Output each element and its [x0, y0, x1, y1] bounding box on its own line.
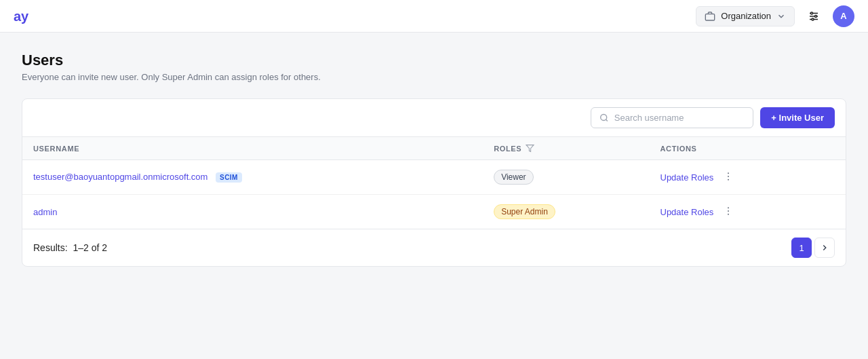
pagination-row: Results: 1–2 of 2 1: [22, 229, 846, 266]
chevron-down-icon: [776, 12, 786, 21]
svg-line-8: [606, 119, 608, 121]
update-roles-button[interactable]: Update Roles: [660, 172, 714, 183]
svg-rect-0: [706, 14, 715, 20]
table-header-row: USERNAME ROLES ACTIONS: [22, 137, 846, 160]
users-table-container: + Invite User USERNAME ROLES: [22, 98, 846, 267]
page-button-1[interactable]: 1: [791, 238, 812, 258]
logo: ay: [0, 0, 42, 33]
page-subtitle: Everyone can invite new user. Only Super…: [22, 72, 846, 82]
chevron-right-icon: [820, 243, 829, 252]
actions-cell: Update Roles: [650, 195, 846, 229]
filter-icon-button[interactable]: [803, 5, 825, 27]
sliders-icon: [808, 10, 820, 22]
invite-user-button[interactable]: + Invite User: [760, 107, 835, 128]
page-title: Users: [22, 52, 846, 69]
results-text: Results: 1–2 of 2: [33, 242, 107, 253]
update-roles-button[interactable]: Update Roles: [660, 207, 714, 217]
col-username: USERNAME: [22, 137, 483, 160]
role-cell: Super Admin: [483, 195, 649, 229]
svg-point-15: [728, 213, 729, 214]
top-bar: ay Organization A: [0, 0, 868, 33]
more-options-button[interactable]: [720, 171, 736, 184]
table-row: testuser@baoyuantopgmail.onmicrosoft.com…: [22, 160, 846, 195]
search-icon: [599, 113, 609, 123]
pagination-controls: 1: [791, 238, 835, 258]
org-selector-label: Organization: [721, 11, 771, 21]
org-icon: [705, 11, 715, 22]
org-selector[interactable]: Organization: [696, 6, 795, 26]
table-toolbar: + Invite User: [22, 99, 846, 137]
svg-point-13: [728, 207, 729, 208]
role-badge-super-admin: Super Admin: [494, 204, 555, 219]
more-options-button[interactable]: [720, 206, 736, 219]
svg-point-11: [728, 176, 729, 177]
actions-cell: Update Roles: [650, 160, 846, 195]
col-roles: ROLES: [483, 137, 649, 160]
search-input[interactable]: [614, 113, 745, 123]
dots-vertical-icon: [723, 206, 734, 216]
role-badge-viewer: Viewer: [494, 170, 533, 185]
search-box[interactable]: [591, 107, 753, 128]
svg-marker-9: [526, 145, 534, 152]
roles-filter-icon[interactable]: [526, 144, 534, 153]
col-actions: ACTIONS: [650, 137, 846, 160]
user-link[interactable]: testuser@baoyuantopgmail.onmicrosoft.com: [33, 172, 210, 182]
svg-point-10: [728, 172, 729, 174]
page-next-button[interactable]: [814, 238, 835, 258]
avatar[interactable]: A: [833, 5, 854, 27]
table-row: admin Super Admin Update Roles: [22, 195, 846, 229]
svg-point-6: [812, 18, 814, 20]
svg-point-7: [601, 114, 607, 120]
page-content: Users Everyone can invite new user. Only…: [0, 33, 868, 286]
username-cell: testuser@baoyuantopgmail.onmicrosoft.com…: [22, 160, 483, 195]
username-cell: admin: [22, 195, 483, 229]
svg-point-5: [815, 15, 817, 17]
role-cell: Viewer: [483, 160, 649, 195]
user-link[interactable]: admin: [33, 207, 57, 217]
dots-vertical-icon: [723, 171, 734, 182]
svg-point-4: [811, 12, 813, 14]
users-table: USERNAME ROLES ACTIONS: [22, 137, 846, 229]
scim-badge: SCIM: [216, 172, 242, 183]
svg-point-14: [728, 210, 729, 212]
svg-point-12: [728, 178, 729, 180]
